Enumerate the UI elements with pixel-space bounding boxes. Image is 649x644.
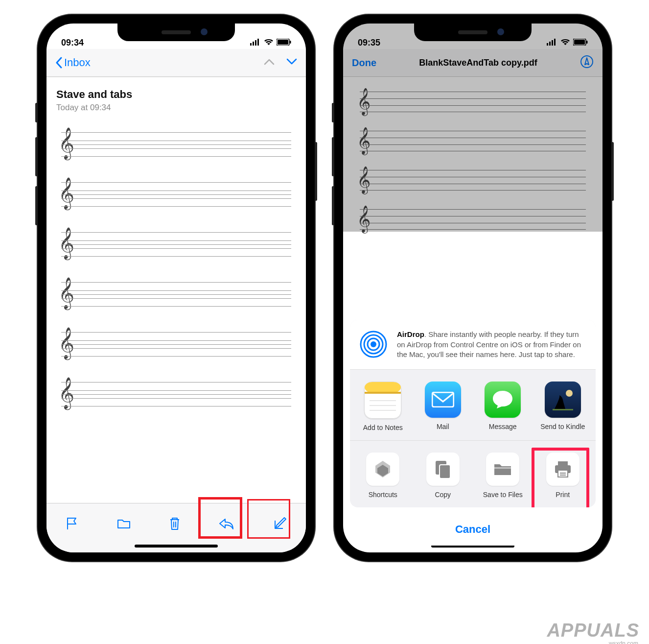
cancel-button[interactable]: Cancel <box>350 513 596 546</box>
chevron-left-icon <box>55 57 62 69</box>
svg-rect-26 <box>553 409 573 410</box>
folder-icon <box>486 453 519 486</box>
prev-message-button[interactable] <box>264 58 275 67</box>
phone-right: 09:35 Done BlankStaveAndTab copy.pdf 𝄞 𝄞 <box>334 15 611 561</box>
wifi-icon <box>264 38 274 48</box>
action-shortcuts[interactable]: Shortcuts <box>358 453 407 499</box>
share-add-to-notes[interactable]: Add to Notes <box>358 382 407 431</box>
highlight-print <box>532 448 589 507</box>
mail-icon <box>425 382 461 418</box>
back-label: Inbox <box>64 56 91 69</box>
share-actions-row[interactable]: Shortcuts Copy Save to Fil <box>350 441 596 507</box>
svg-rect-29 <box>494 467 511 469</box>
svg-rect-5 <box>278 40 288 45</box>
watermark-site: wsxdn.com <box>609 640 638 644</box>
airdrop-description: AirDrop. Share instantly with people nea… <box>397 330 587 359</box>
svg-rect-1 <box>253 42 254 46</box>
svg-rect-6 <box>290 41 291 44</box>
action-print[interactable]: Print <box>538 453 587 499</box>
svg-rect-0 <box>250 43 252 46</box>
phone-left: 09:34 Inbox Stave and tabs <box>38 15 315 561</box>
svg-point-15 <box>371 341 376 347</box>
home-indicator[interactable] <box>135 545 218 548</box>
action-label: Copy <box>418 491 467 499</box>
email-body: 𝄞 𝄞 𝄞 𝄞 𝄞 𝄞 <box>46 113 306 411</box>
svg-rect-3 <box>257 39 259 46</box>
app-label: Mail <box>418 423 467 430</box>
svg-point-25 <box>566 390 573 397</box>
notch <box>117 24 235 41</box>
back-button[interactable]: Inbox <box>55 56 91 69</box>
svg-rect-28 <box>440 465 450 478</box>
share-apps-row[interactable]: Add to Notes Mail Message <box>350 370 596 441</box>
email-date: Today at 09:34 <box>56 103 296 113</box>
svg-rect-2 <box>255 40 256 46</box>
app-label: Add to Notes <box>358 424 407 431</box>
notes-icon <box>364 382 401 419</box>
kindle-icon <box>545 382 581 418</box>
screen-share: 09:35 Done BlankStaveAndTab copy.pdf 𝄞 𝄞 <box>343 24 603 552</box>
modal-dim[interactable] <box>343 24 603 232</box>
action-label: Save to Files <box>478 491 527 499</box>
share-send-to-kindle[interactable]: Send to Kindle <box>538 382 587 431</box>
copy-icon <box>426 453 460 486</box>
mail-nav-bar: Inbox <box>46 49 306 77</box>
delete-button[interactable] <box>168 516 181 533</box>
airdrop-icon <box>359 330 388 359</box>
flag-button[interactable] <box>65 516 79 533</box>
app-label: Message <box>478 423 527 430</box>
status-time: 09:34 <box>61 38 84 48</box>
email-subject: Stave and tabs <box>56 88 296 101</box>
share-sheet: AirDrop. Share instantly with people nea… <box>350 320 596 546</box>
notch <box>414 24 532 41</box>
move-button[interactable] <box>116 517 131 532</box>
shortcuts-icon <box>366 453 399 486</box>
battery-icon <box>277 38 291 48</box>
svg-rect-20 <box>365 392 401 394</box>
watermark-brand: APPUALS <box>547 620 639 641</box>
airdrop-section[interactable]: AirDrop. Share instantly with people nea… <box>350 320 596 370</box>
screen-mail: 09:34 Inbox Stave and tabs <box>46 24 306 552</box>
share-message[interactable]: Message <box>478 382 527 431</box>
action-save-to-files[interactable]: Save to Files <box>478 453 527 499</box>
highlight-reply <box>198 497 242 539</box>
signal-icon <box>250 38 261 48</box>
svg-rect-24 <box>432 392 454 407</box>
next-message-button[interactable] <box>286 58 297 67</box>
action-copy[interactable]: Copy <box>418 453 467 499</box>
share-mail[interactable]: Mail <box>418 382 467 431</box>
highlight-compose <box>247 499 290 539</box>
action-label: Shortcuts <box>358 491 407 499</box>
message-icon <box>485 382 521 418</box>
svg-rect-19 <box>365 382 401 393</box>
app-label: Send to Kindle <box>538 423 587 431</box>
